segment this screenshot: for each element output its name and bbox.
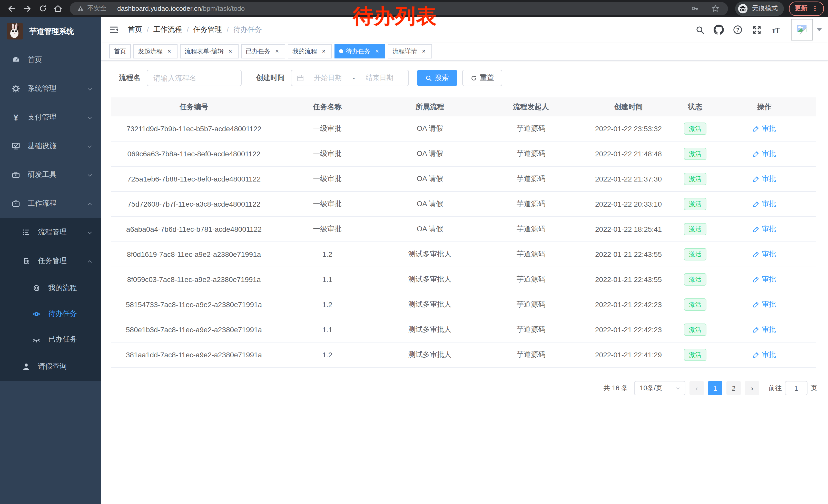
next-page-button[interactable]: › xyxy=(745,381,759,395)
action-cell: 审批 xyxy=(713,275,816,284)
font-size-icon[interactable]: ᴛT xyxy=(770,24,781,35)
initiator-cell: 芋道源码 xyxy=(482,325,580,334)
home-icon[interactable] xyxy=(52,2,64,15)
page-button-2[interactable]: 2 xyxy=(727,381,741,395)
task-name-cell: 一级审批 xyxy=(277,124,378,133)
approve-link[interactable]: 审批 xyxy=(753,149,776,158)
prev-page-button[interactable]: ‹ xyxy=(690,381,704,395)
tags-view: 首页发起流程×流程表单-编辑×已办任务×我的流程×待办任务×流程详情× xyxy=(101,43,828,60)
sidebar-item-infrastructure[interactable]: 基础设施 xyxy=(0,132,101,161)
process-cell: 测试多审批人 xyxy=(378,350,482,359)
sidebar-item-home[interactable]: 首页 xyxy=(0,46,101,74)
dashboard-icon xyxy=(11,55,20,64)
browser-update-button[interactable]: 更新 ⋮ xyxy=(789,1,824,16)
page-button-1[interactable]: 1 xyxy=(708,381,722,395)
approve-link[interactable]: 审批 xyxy=(753,300,776,309)
approve-link[interactable]: 审批 xyxy=(753,174,776,183)
approve-link-label: 审批 xyxy=(762,124,776,133)
approve-link-label: 审批 xyxy=(762,275,776,284)
bookmark-star-icon[interactable] xyxy=(709,2,721,15)
sidebar-item-task-management[interactable]: 任务管理 xyxy=(0,246,101,275)
chevron-down-icon xyxy=(675,385,681,391)
action-cell: 审批 xyxy=(713,224,816,234)
breadcrumb-home[interactable]: 首页 xyxy=(128,25,142,34)
github-icon[interactable] xyxy=(713,24,724,35)
filter-form: 流程名 创建时间 开始日期 - 结束日期 搜索 xyxy=(119,70,828,86)
address-bar[interactable]: 不安全 dashboard.yudao.iocoder.cn/bpm/task/… xyxy=(70,2,728,15)
sidebar-item-todo-tasks[interactable]: 待办任务 xyxy=(0,301,101,327)
approve-link[interactable]: 审批 xyxy=(753,350,776,359)
task-name-cell: 一级审批 xyxy=(277,225,378,234)
back-icon[interactable] xyxy=(6,2,18,15)
tab-home[interactable]: 首页 xyxy=(109,44,131,58)
key-icon[interactable] xyxy=(689,2,701,15)
tab-close-icon[interactable]: × xyxy=(320,48,327,55)
pen-icon xyxy=(753,326,760,333)
flow-tree-icon xyxy=(22,256,31,266)
process-name-input[interactable] xyxy=(147,70,242,86)
tab-close-icon[interactable]: × xyxy=(274,48,281,55)
hamburger-icon[interactable] xyxy=(108,24,120,35)
tab-my-process[interactable]: 我的流程× xyxy=(288,44,332,58)
sidebar-item-label: 我的流程 xyxy=(48,283,77,293)
sidebar-item-label: 请假查询 xyxy=(38,362,67,371)
sidebar-item-dev-tools[interactable]: 研发工具 xyxy=(0,161,101,189)
help-icon[interactable]: ? xyxy=(732,24,743,35)
tab-close-icon[interactable]: × xyxy=(373,48,381,55)
sidebar-item-payment-management[interactable]: ¥支付管理 xyxy=(0,103,101,132)
reload-icon[interactable] xyxy=(36,2,49,15)
tab-start-process[interactable]: 发起流程× xyxy=(133,44,177,58)
approve-link[interactable]: 审批 xyxy=(753,325,776,334)
initiator-cell: 芋道源码 xyxy=(482,250,580,259)
avatar-caret-icon[interactable] xyxy=(817,28,822,31)
status-badge: 激活 xyxy=(684,248,706,261)
reset-button[interactable]: 重置 xyxy=(462,70,502,86)
column-header: 任务名称 xyxy=(277,97,378,116)
sidebar-item-workflow[interactable]: 工作流程 xyxy=(0,189,101,218)
browser-menu-icon[interactable]: ⋮ xyxy=(812,5,818,12)
approve-link[interactable]: 审批 xyxy=(753,224,776,234)
goto-page-input[interactable] xyxy=(785,381,808,395)
table-row: 580e1b3d-7ac8-11ec-a9e2-a2380e71991a1.1测… xyxy=(111,317,816,342)
sidebar-item-leave-query[interactable]: 请假查询 xyxy=(0,352,101,381)
task-id-cell: 725a1eb6-7b88-11ec-8ef0-acde48001122 xyxy=(111,175,277,183)
pen-icon xyxy=(753,351,760,358)
sidebar-item-process-management[interactable]: 流程管理 xyxy=(0,218,101,246)
chevron-down-icon xyxy=(87,114,93,121)
column-header: 所属流程 xyxy=(378,97,482,116)
sidebar-item-system-management[interactable]: 系统管理 xyxy=(0,74,101,103)
fullscreen-icon[interactable] xyxy=(751,24,762,35)
security-indicator[interactable]: 不安全 xyxy=(77,4,107,13)
breadcrumb-task-management[interactable]: 任务管理 xyxy=(194,25,222,34)
breadcrumb-workflow[interactable]: 工作流程 xyxy=(153,25,182,34)
tab-close-icon[interactable]: × xyxy=(420,48,427,55)
tab-todo-tasks[interactable]: 待办任务× xyxy=(334,44,385,58)
pen-icon xyxy=(753,301,760,308)
initiator-cell: 芋道源码 xyxy=(482,350,580,359)
search-icon[interactable] xyxy=(694,24,705,35)
process-cell: 测试多审批人 xyxy=(378,250,482,259)
sidebar-item-label: 待办任务 xyxy=(48,309,77,318)
approve-link[interactable]: 审批 xyxy=(753,199,776,209)
tab-close-icon[interactable]: × xyxy=(166,48,173,55)
sidebar-item-my-process[interactable]: 我的流程 xyxy=(0,275,101,301)
tab-process-form-edit[interactable]: 流程表单-编辑× xyxy=(180,44,239,58)
search-button[interactable]: 搜索 xyxy=(417,70,457,86)
sidebar-item-done-tasks[interactable]: 已办任务 xyxy=(0,327,101,352)
range-separator: - xyxy=(352,74,356,82)
avatar[interactable] xyxy=(791,19,813,41)
column-header: 创建时间 xyxy=(580,97,677,116)
app-logo-row[interactable]: 芋道管理系统 xyxy=(0,17,101,46)
page-size-select[interactable]: 10条/页 xyxy=(634,381,686,395)
approve-link[interactable]: 审批 xyxy=(753,275,776,284)
tab-process-detail[interactable]: 流程详情× xyxy=(388,44,432,58)
approve-link-label: 审批 xyxy=(762,224,776,234)
date-range-picker[interactable]: 开始日期 - 结束日期 xyxy=(291,70,409,86)
create-time-cell: 2022-01-21 22:43:55 xyxy=(580,250,677,259)
tab-done-tasks[interactable]: 已办任务× xyxy=(241,44,285,58)
approve-link[interactable]: 审批 xyxy=(753,249,776,259)
tab-close-icon[interactable]: × xyxy=(227,48,234,55)
forward-icon[interactable] xyxy=(21,2,33,15)
approve-link[interactable]: 审批 xyxy=(753,124,776,133)
task-name-cell: 一级审批 xyxy=(277,149,378,158)
